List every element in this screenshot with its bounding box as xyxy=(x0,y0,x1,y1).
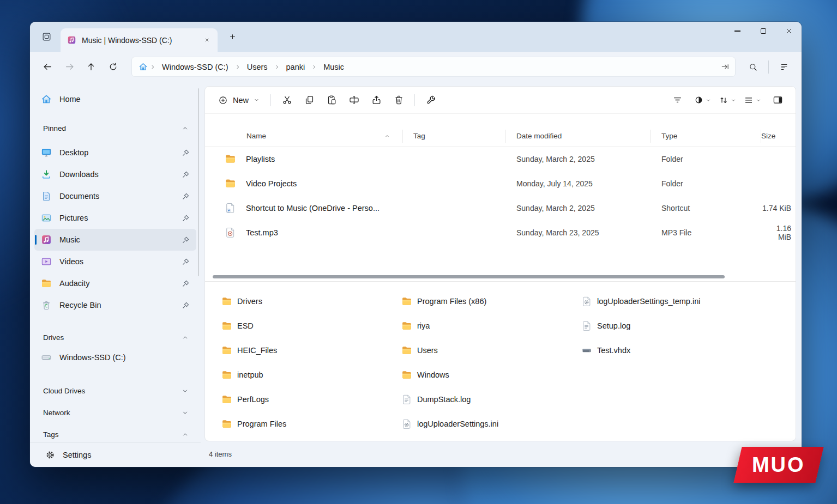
command-bar-button[interactable] xyxy=(774,57,794,77)
grid-column-2: Program Files (x86) riya Users Windows D… xyxy=(401,289,581,441)
search-button[interactable] xyxy=(743,57,763,77)
explorer-tab[interactable]: Music | Windows-SSD (C:) xyxy=(61,28,218,52)
toolbar-divider xyxy=(414,94,415,106)
sidebar-item-home[interactable]: Home xyxy=(34,88,196,110)
folder-icon xyxy=(221,345,232,356)
forward-button[interactable] xyxy=(59,57,79,77)
delete-button[interactable] xyxy=(388,91,409,110)
up-button[interactable] xyxy=(81,57,101,77)
sidebar-scrollbar[interactable] xyxy=(198,88,199,276)
grid-column-1: Drivers ESD HEIC_Files inetpub PerfLogs … xyxy=(221,289,401,441)
paste-button[interactable] xyxy=(321,91,342,110)
trash-icon xyxy=(394,95,404,105)
breadcrumb-drive[interactable]: Windows-SSD (C:) xyxy=(158,63,233,71)
grid-item-program-files[interactable]: Program Files xyxy=(221,411,401,436)
grid-item-program-files-x86[interactable]: Program Files (x86) xyxy=(401,289,581,313)
grid-item-heic-files[interactable]: HEIC_Files xyxy=(221,338,401,362)
downloads-icon xyxy=(41,169,52,180)
breadcrumb-music[interactable]: Music xyxy=(319,63,348,71)
sidebar-item-audacity[interactable]: Audacity xyxy=(34,272,196,294)
grid-item-setup-log[interactable]: Setup.log xyxy=(581,313,796,338)
drive-contents-pane: Drivers ESD HEIC_Files inetpub PerfLogs … xyxy=(205,281,796,441)
folder-icon xyxy=(221,418,232,429)
section-label: Drives xyxy=(43,333,64,342)
view-button[interactable] xyxy=(742,91,763,110)
column-header-type[interactable]: Type xyxy=(651,130,761,143)
scrollbar-thumb[interactable] xyxy=(213,275,725,278)
tab-list-icon[interactable] xyxy=(38,28,55,46)
breadcrumb-users[interactable]: Users xyxy=(243,63,272,71)
file-type: Shortcut xyxy=(651,204,761,212)
column-header-tag[interactable]: Tag xyxy=(403,130,506,143)
close-button[interactable] xyxy=(776,22,802,40)
grid-item-dumpstack-log[interactable]: DumpStack.log xyxy=(401,387,581,411)
grid-item-test-vhdx[interactable]: Test.vhdx xyxy=(581,338,796,362)
column-header-size[interactable]: Size xyxy=(761,130,796,143)
sidebar-item-recycle-bin[interactable]: Recycle Bin xyxy=(34,294,196,316)
grid-item-inetpub[interactable]: inetpub xyxy=(221,362,401,387)
gear-icon xyxy=(45,450,55,460)
sync-status-button[interactable] xyxy=(692,91,713,110)
folder-icon xyxy=(401,369,412,380)
address-overflow-icon[interactable] xyxy=(720,62,730,71)
cut-icon xyxy=(282,95,292,105)
sidebar-item-downloads[interactable]: Downloads xyxy=(34,163,196,185)
grid-item-users[interactable]: Users xyxy=(401,338,581,362)
tab-close-button[interactable] xyxy=(200,34,213,47)
new-tab-button[interactable] xyxy=(224,29,240,45)
sidebar-item-pictures[interactable]: Pictures xyxy=(34,207,196,229)
grid-item-loguploadersettings-temp-ini[interactable]: logUploaderSettings_temp.ini xyxy=(581,289,796,313)
pin-icon xyxy=(182,236,190,244)
details-pane-button[interactable] xyxy=(767,91,788,110)
new-button[interactable]: New xyxy=(213,91,265,110)
address-bar[interactable]: Windows-SSD (C:) Users panki Music xyxy=(131,57,736,77)
copy-button[interactable] xyxy=(299,91,320,110)
item-name: riya xyxy=(417,321,430,330)
file-row-video-projects[interactable]: Video Projects Monday, July 14, 2025 Fol… xyxy=(205,171,796,196)
sidebar-item-desktop[interactable]: Desktop xyxy=(34,142,196,163)
column-header-name[interactable]: Name xyxy=(205,130,403,143)
file-row-test-mp3[interactable]: Test.mp3 Sunday, March 23, 2025 MP3 File… xyxy=(205,220,796,245)
grid-item-esd[interactable]: ESD xyxy=(221,313,401,338)
rename-button[interactable] xyxy=(344,91,364,110)
sidebar-section-tags[interactable]: Tags xyxy=(30,425,201,444)
sync-circle-icon xyxy=(694,95,703,105)
filter-button[interactable] xyxy=(667,91,688,110)
grid-item-drivers[interactable]: Drivers xyxy=(221,289,401,313)
pin-icon xyxy=(182,214,190,222)
maximize-button[interactable] xyxy=(750,22,776,40)
sidebar-item-settings[interactable]: Settings xyxy=(39,445,192,465)
sidebar-item-music[interactable]: Music xyxy=(34,229,196,251)
horizontal-scrollbar[interactable] xyxy=(209,275,791,278)
desktop-icon xyxy=(41,147,52,158)
file-row-playlists[interactable]: Playlists Sunday, March 2, 2025 Folder xyxy=(205,147,796,171)
column-label: Name xyxy=(246,132,266,140)
minimize-button[interactable] xyxy=(725,22,750,40)
section-label: Pinned xyxy=(43,124,66,132)
refresh-button[interactable] xyxy=(103,57,123,77)
share-button[interactable] xyxy=(366,91,387,110)
sort-button[interactable] xyxy=(717,91,738,110)
grid-item-windows[interactable]: Windows xyxy=(401,362,581,387)
toolbar-divider xyxy=(768,60,769,74)
cut-button[interactable] xyxy=(276,91,297,110)
home-icon[interactable] xyxy=(139,62,148,71)
back-button[interactable] xyxy=(38,57,57,77)
sidebar-item-videos[interactable]: Videos xyxy=(34,251,196,272)
column-header-date-modified[interactable]: Date modified xyxy=(506,130,651,143)
grid-item-perflogs[interactable]: PerfLogs xyxy=(221,387,401,411)
sidebar-section-cloud-drives[interactable]: Cloud Drives xyxy=(30,381,201,400)
sidebar-section-network[interactable]: Network xyxy=(30,403,201,422)
breadcrumb-separator-icon xyxy=(235,64,240,70)
breadcrumb-panki[interactable]: panki xyxy=(282,63,310,71)
sidebar-item-windows-ssd[interactable]: Windows-SSD (C:) xyxy=(34,347,196,368)
tools-button[interactable] xyxy=(420,91,441,110)
grid-item-riya[interactable]: riya xyxy=(401,313,581,338)
chevron-down-icon xyxy=(731,98,736,103)
sidebar-item-label: Videos xyxy=(59,257,83,266)
sidebar-section-pinned[interactable]: Pinned xyxy=(30,119,201,137)
sidebar-section-drives[interactable]: Drives xyxy=(30,328,201,347)
file-row-shortcut-to-music[interactable]: Shortcut to Music (OneDrive - Perso... S… xyxy=(205,196,796,220)
grid-item-loguploadersettings-ini[interactable]: logUploaderSettings.ini xyxy=(401,411,581,436)
sidebar-item-documents[interactable]: Documents xyxy=(34,185,196,207)
